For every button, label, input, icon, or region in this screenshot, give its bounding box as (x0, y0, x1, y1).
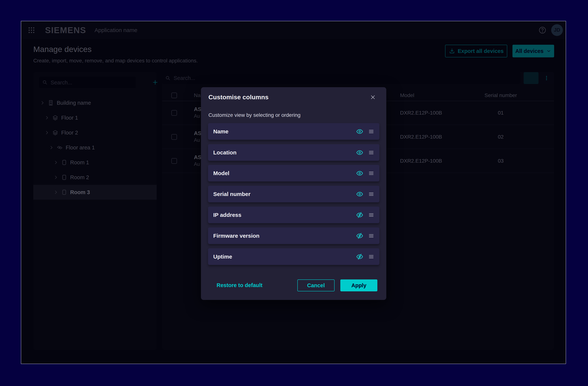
close-button[interactable] (369, 93, 377, 101)
column-label: Name (213, 123, 229, 140)
drag-handle[interactable] (367, 127, 376, 136)
eye-icon (356, 128, 363, 135)
modal-title: Customise columns (209, 93, 269, 101)
column-visibility-toggle[interactable] (356, 169, 364, 178)
app-window: SIEMENS Application name JD Manage devic… (21, 21, 566, 364)
apply-button[interactable]: Apply (340, 279, 377, 291)
column-row-firmware-version: Firmware version (208, 227, 379, 244)
column-visibility-toggle[interactable] (356, 211, 364, 219)
column-visibility-toggle[interactable] (356, 231, 364, 240)
drag-handle[interactable] (367, 252, 376, 261)
drag-handle[interactable] (367, 231, 376, 240)
drag-handle[interactable] (367, 148, 376, 157)
column-row-name: Name (208, 123, 379, 140)
column-label: Uptime (213, 248, 232, 265)
column-row-serial-number: Serial number (208, 186, 379, 202)
restore-to-default-button[interactable]: Restore to default (215, 282, 264, 289)
close-icon (370, 94, 376, 100)
cancel-button[interactable]: Cancel (297, 279, 335, 291)
eye-icon (356, 170, 363, 177)
column-row-uptime: Uptime (208, 248, 379, 265)
column-row-ip-address: IP address (208, 206, 379, 223)
column-visibility-toggle[interactable] (356, 190, 364, 198)
column-visibility-toggle[interactable] (356, 252, 364, 261)
eye-off-icon (356, 253, 363, 260)
customise-columns-modal: Customise columns Customize view by sele… (201, 87, 386, 300)
column-label: Location (213, 144, 236, 161)
column-label: IP address (213, 206, 241, 223)
column-label: Model (213, 165, 230, 182)
column-label: Serial number (213, 186, 251, 202)
eye-icon (356, 190, 363, 198)
column-row-model: Model (208, 165, 379, 182)
column-label: Firmware version (213, 227, 259, 244)
drag-handle[interactable] (367, 211, 376, 219)
eye-icon (356, 149, 363, 156)
drag-handle[interactable] (367, 169, 376, 178)
eye-off-icon (356, 232, 363, 240)
column-visibility-toggle[interactable] (356, 148, 364, 157)
modal-subtitle: Customize view by selecting or ordering (209, 112, 300, 118)
drag-handle[interactable] (367, 190, 376, 198)
column-row-location: Location (208, 144, 379, 161)
eye-off-icon (356, 211, 363, 219)
column-visibility-toggle[interactable] (356, 127, 364, 136)
